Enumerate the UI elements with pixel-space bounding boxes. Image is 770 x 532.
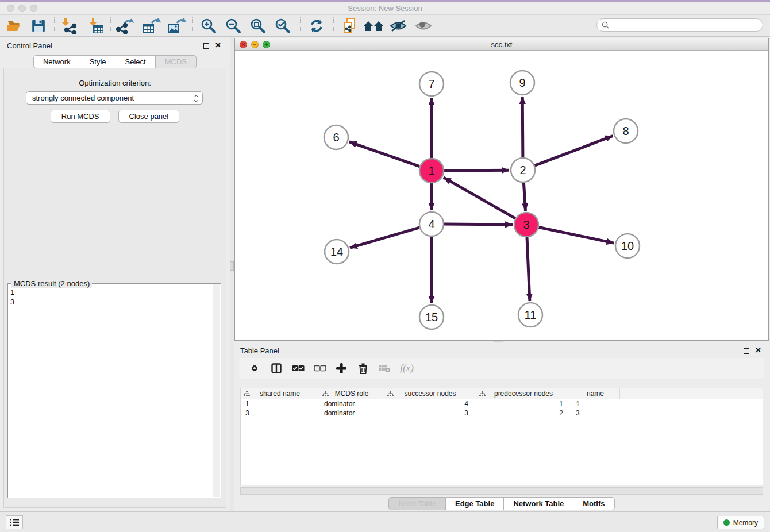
close-panel-button[interactable]: Close panel	[118, 110, 180, 123]
toolbar-separator	[333, 17, 334, 34]
table-tabs: Node TableEdge TableNetwork TableMotifs	[234, 497, 769, 510]
unselect-all-columns-button[interactable]	[311, 360, 329, 377]
panel-splitter[interactable]	[230, 37, 234, 511]
list-icon	[9, 518, 20, 527]
export-image-button[interactable]	[167, 16, 186, 36]
graph-edge-4-3[interactable]	[444, 224, 513, 225]
share-network-icon	[65, 24, 76, 34]
export-arrow-icon	[152, 18, 159, 23]
float-panel-icon[interactable]	[203, 43, 209, 49]
import-network-button[interactable]	[59, 16, 78, 36]
close-table-panel-icon[interactable]: ✕	[755, 346, 761, 354]
zoom-fit-icon	[249, 17, 267, 34]
tab-motifs[interactable]: Motifs	[573, 497, 614, 510]
delete-table-button[interactable]	[376, 360, 393, 377]
search-input[interactable]	[612, 21, 758, 29]
titlebar: Session: New Session	[0, 2, 770, 15]
graph-edge-1-6[interactable]	[349, 142, 420, 167]
copy-network-button[interactable]	[340, 16, 360, 36]
column-type-icon	[322, 391, 329, 397]
search-box[interactable]	[596, 18, 763, 32]
network-canvas[interactable]: 7968124314101511	[235, 51, 768, 340]
table-cell[interactable]: 1	[571, 399, 620, 408]
tab-node-table[interactable]: Node Table	[388, 497, 446, 510]
unchecked-boxes-icon	[314, 365, 326, 372]
checked-boxes-icon	[292, 365, 305, 372]
hide-selected-button[interactable]	[388, 16, 408, 36]
table-cell[interactable]: 1	[241, 399, 319, 408]
network-window-titlebar[interactable]: ✕ − + scc.txt	[235, 38, 768, 51]
zoom-fit-button[interactable]	[248, 16, 268, 36]
save-session-button[interactable]	[29, 16, 48, 36]
column-header-shared-name[interactable]: shared name	[241, 388, 319, 399]
column-header-name[interactable]: name	[571, 388, 620, 399]
table-cell[interactable]: 3	[571, 408, 620, 418]
export-table-button[interactable]	[141, 16, 161, 36]
close-panel-icon[interactable]: ✕	[215, 41, 221, 49]
open-session-button[interactable]	[5, 16, 24, 36]
table-cell[interactable]: 4	[384, 399, 476, 408]
graph-node-label-2: 2	[519, 164, 526, 176]
graph-edge-4-14[interactable]	[350, 228, 419, 248]
criterion-dropdown[interactable]: strongly connected component	[26, 91, 203, 105]
function-builder-button[interactable]: f(x)	[395, 360, 418, 377]
table-cell[interactable]: dominator	[319, 408, 384, 418]
table-toolbar: f(x)	[239, 358, 764, 379]
export-network-button[interactable]	[116, 16, 135, 36]
float-table-panel-icon[interactable]	[744, 348, 749, 354]
table-cell[interactable]: 2	[476, 408, 571, 418]
export-arrow-icon	[124, 19, 132, 24]
tab-edge-table[interactable]: Edge Table	[446, 497, 504, 510]
zoom-in-button[interactable]	[199, 16, 218, 36]
column-header-successor-nodes[interactable]: successor nodes	[384, 388, 476, 399]
graph-edge-2-9[interactable]	[522, 97, 523, 157]
table-panel-title: Table Panel	[240, 346, 279, 355]
graph-edge-3-10[interactable]	[539, 228, 614, 244]
network-graph[interactable]: 7968124314101511	[235, 51, 768, 340]
tab-mcds[interactable]: MCDS	[156, 55, 197, 68]
table-row[interactable]: 3dominator323	[241, 408, 763, 418]
tab-select[interactable]: Select	[116, 55, 156, 68]
run-mcds-button[interactable]: Run MCDS	[51, 110, 110, 123]
toolbar-separator	[300, 17, 301, 34]
show-all-button[interactable]	[414, 16, 433, 36]
delete-columns-button[interactable]	[355, 360, 372, 377]
eye-icon	[414, 18, 433, 33]
table-horizontal-scrollbar[interactable]	[240, 487, 763, 495]
create-column-button[interactable]	[333, 360, 350, 377]
control-panel: Control Panel ✕ NetworkStyleSelectMCDS O…	[0, 37, 230, 511]
column-header-predecessor-nodes[interactable]: predecessor nodes	[476, 388, 571, 399]
splitter-handle[interactable]	[230, 261, 234, 271]
graph-edge-3-11[interactable]	[527, 237, 530, 301]
select-all-columns-button[interactable]	[290, 360, 307, 377]
task-history-button[interactable]	[6, 515, 23, 529]
plus-icon	[336, 363, 347, 374]
zoom-out-button[interactable]	[224, 16, 243, 36]
graph-edge-3-1[interactable]	[444, 178, 515, 218]
zoom-selected-button[interactable]	[273, 16, 292, 36]
apply-layout-button[interactable]	[307, 16, 326, 36]
table-cell[interactable]: 3	[241, 408, 319, 418]
table-cell[interactable]: 3	[384, 408, 476, 418]
table-options-button[interactable]	[246, 360, 263, 377]
optimization-criterion-label: Optimization criterion:	[4, 79, 226, 87]
mcds-result-scrollbar[interactable]	[213, 284, 220, 497]
download-arrow-icon	[90, 18, 97, 26]
control-panel-tabs: NetworkStyleSelectMCDS	[0, 55, 230, 68]
tab-network-table[interactable]: Network Table	[504, 497, 573, 510]
graph-edge-2-3[interactable]	[523, 183, 525, 211]
table-row[interactable]: 1dominator411	[241, 399, 763, 408]
memory-button[interactable]: Memory	[717, 516, 764, 529]
tab-network[interactable]: Network	[33, 55, 80, 68]
share-network-icon	[117, 24, 127, 34]
tab-style[interactable]: Style	[80, 55, 116, 68]
column-header-MCDS-role[interactable]: MCDS role	[319, 388, 384, 399]
show-column-button[interactable]	[268, 360, 285, 377]
image-icon	[168, 24, 179, 33]
first-neighbors-button[interactable]	[362, 16, 385, 36]
graph-edge-1-2[interactable]	[444, 170, 509, 171]
graph-edge-2-8[interactable]	[535, 136, 613, 166]
table-cell[interactable]: 1	[476, 399, 571, 408]
table-cell[interactable]: dominator	[319, 399, 384, 408]
import-table-button[interactable]	[86, 16, 106, 36]
